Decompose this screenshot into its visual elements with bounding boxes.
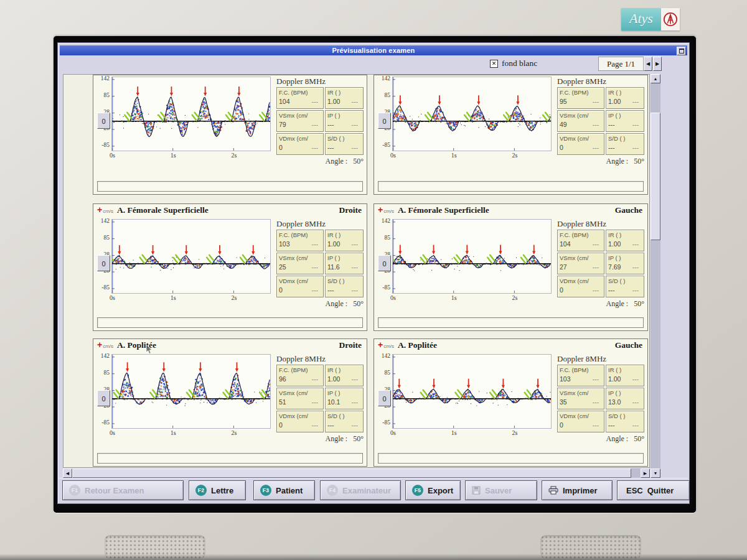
measurement-values: 51 --- bbox=[279, 398, 321, 406]
measurement-cell[interactable]: IR ( ) 1.00 --- bbox=[606, 87, 644, 109]
baseline-marker[interactable]: 0 bbox=[378, 390, 391, 406]
unit-label: cm/s bbox=[383, 208, 394, 214]
measurement-cell[interactable]: S/D ( ) --- --- bbox=[325, 411, 364, 432]
measurement-cell[interactable]: S/D ( ) --- --- bbox=[325, 276, 364, 297]
measurement-cell[interactable]: VSmx (cm/ 35 --- bbox=[557, 388, 604, 409]
measurement-value: 25 bbox=[279, 263, 286, 271]
scroll-right-button[interactable]: ▶ bbox=[641, 469, 650, 478]
measurement-values: 1.00 --- bbox=[327, 240, 361, 248]
measurement-values: 1.00 --- bbox=[327, 98, 361, 105]
measurement-cell[interactable]: VSmx (cm/ 27 --- bbox=[557, 253, 604, 274]
measurement-cell[interactable]: IR ( ) 1.00 --- bbox=[325, 365, 364, 386]
measurement-cell[interactable]: IP ( ) 11.6 --- bbox=[325, 253, 364, 274]
fond-blanc-checkbox[interactable]: ✕ bbox=[490, 60, 498, 68]
toolbar-button-patient[interactable]: F3 Patient bbox=[253, 480, 315, 500]
measurement-cell[interactable]: IP ( ) --- --- bbox=[325, 110, 364, 132]
measurement-values: 103 --- bbox=[560, 375, 602, 383]
measurement-cell[interactable]: VSmx (cm/ 49 --- bbox=[557, 110, 604, 132]
page-prev-button[interactable]: ◀ bbox=[644, 57, 652, 71]
scroll-left-button[interactable]: ◀ bbox=[63, 469, 72, 478]
button-label: Patient bbox=[276, 486, 303, 495]
measurement-cell[interactable]: VDmx (cm/ 0 --- bbox=[557, 133, 604, 155]
measurement-cell[interactable]: IP ( ) --- --- bbox=[606, 110, 644, 132]
measurement-grid: F.C. (BPM) 103 --- IR ( ) 1.00 --- VSmx … bbox=[557, 365, 646, 432]
measurement-value: 27 bbox=[560, 263, 567, 271]
measurement-label: IR ( ) bbox=[327, 89, 361, 96]
measurement-cell[interactable]: IR ( ) 1.00 --- bbox=[606, 230, 644, 251]
x-axis-label: 1s bbox=[171, 294, 176, 301]
measurement-extra: --- bbox=[312, 144, 319, 151]
measurement-cell[interactable]: F.C. (BPM) 103 --- bbox=[557, 365, 604, 386]
artery-title: A. Poplitée bbox=[398, 340, 437, 350]
comment-field[interactable] bbox=[378, 317, 644, 328]
toolbar-button-quitter[interactable]: ESC Quitter bbox=[617, 480, 690, 500]
button-label: Imprimer bbox=[563, 486, 598, 495]
measurement-cell[interactable]: S/D ( ) --- --- bbox=[606, 276, 644, 297]
horizontal-scrollbar-thumb[interactable] bbox=[72, 469, 631, 478]
y-axis-label: 85 bbox=[377, 370, 390, 376]
measurement-value: 1.00 bbox=[608, 375, 621, 383]
measurement-value: 96 bbox=[279, 375, 286, 383]
comment-field[interactable] bbox=[378, 453, 644, 464]
measurement-cell[interactable]: IR ( ) 1.00 --- bbox=[606, 365, 644, 386]
measurement-cell[interactable]: F.C. (BPM) 104 --- bbox=[557, 230, 604, 251]
measurement-cell[interactable]: IR ( ) 1.00 --- bbox=[325, 87, 364, 109]
measurement-value: 104 bbox=[560, 240, 571, 248]
window-control-button[interactable] bbox=[677, 47, 686, 55]
y-axis-label: 85 bbox=[96, 370, 110, 376]
measurement-value: 0 bbox=[279, 421, 283, 429]
baseline-marker[interactable]: 0 bbox=[97, 390, 110, 406]
doppler-chart: 1428528-28-85 0 0s1s2s bbox=[96, 77, 271, 161]
measurement-cell[interactable]: F.C. (BPM) 104 --- bbox=[276, 87, 324, 109]
baseline-marker[interactable]: 0 bbox=[97, 255, 110, 271]
scroll-down-button[interactable]: ▼ bbox=[651, 469, 660, 478]
measurement-cell[interactable]: IP ( ) 10.1 --- bbox=[325, 388, 364, 409]
measurement-cell[interactable]: VSmx (cm/ 25 --- bbox=[276, 253, 324, 274]
vertical-scrollbar-thumb[interactable] bbox=[651, 113, 660, 240]
baseline-marker[interactable]: 0 bbox=[97, 113, 110, 129]
function-key-badge: F3 bbox=[260, 485, 271, 496]
measurement-cell[interactable]: VDmx (cm/ 0 --- bbox=[276, 276, 324, 297]
measurement-cell[interactable]: F.C. (BPM) 95 --- bbox=[557, 87, 604, 109]
measurement-cell[interactable]: IP ( ) 7.69 --- bbox=[606, 253, 644, 274]
measurement-grid: F.C. (BPM) 104 --- IR ( ) 1.00 --- VSmx … bbox=[276, 87, 365, 155]
measurement-values: 96 --- bbox=[279, 375, 321, 383]
measurement-cell[interactable]: VSmx (cm/ 51 --- bbox=[276, 388, 324, 409]
bezel-shadow bbox=[0, 554, 747, 560]
measurement-cell[interactable]: VDmx (cm/ 0 --- bbox=[276, 411, 324, 432]
measurement-cell[interactable]: F.C. (BPM) 103 --- bbox=[276, 230, 324, 251]
scroll-up-button[interactable]: ▲ bbox=[651, 74, 660, 83]
measurement-cell[interactable]: VDmx (cm/ 0 --- bbox=[276, 133, 324, 155]
angle-label: Angle : bbox=[606, 299, 629, 308]
x-axis-label: 1s bbox=[451, 152, 457, 159]
mouse-cursor bbox=[146, 345, 153, 355]
measurement-cell[interactable]: VDmx (cm/ 0 --- bbox=[557, 411, 604, 432]
measurement-cell[interactable]: S/D ( ) --- --- bbox=[606, 133, 644, 155]
button-label: Lettre bbox=[211, 486, 233, 495]
toolbar-button-export[interactable]: F5 Export bbox=[405, 480, 461, 500]
measurement-values: 13.0 --- bbox=[608, 398, 642, 406]
measurement-cell[interactable]: VDmx (cm/ 0 --- bbox=[557, 276, 604, 297]
x-axis-label: 2s bbox=[512, 152, 517, 159]
vertical-scrollbar[interactable]: ▲ ▼ bbox=[651, 74, 660, 478]
toolbar-button-imprimer[interactable]: Imprimer bbox=[542, 480, 613, 500]
function-key-badge: F4 bbox=[327, 485, 338, 496]
measurement-cell[interactable]: IR ( ) 1.00 --- bbox=[325, 230, 364, 251]
measurement-cell[interactable]: IP ( ) 13.0 --- bbox=[606, 388, 644, 409]
measurement-cell[interactable]: S/D ( ) --- --- bbox=[606, 411, 644, 432]
measurement-value: 0 bbox=[560, 286, 563, 294]
horizontal-scrollbar[interactable]: ◀ ▶ bbox=[63, 469, 650, 478]
comment-field[interactable] bbox=[378, 181, 644, 192]
measurement-cell[interactable]: S/D ( ) --- --- bbox=[325, 133, 364, 155]
comment-field[interactable] bbox=[97, 181, 363, 192]
baseline-marker[interactable]: 0 bbox=[378, 255, 391, 271]
toolbar-button-lettre[interactable]: F2 Lettre bbox=[189, 480, 246, 500]
baseline-marker[interactable]: 0 bbox=[378, 113, 391, 129]
comment-field[interactable] bbox=[97, 453, 363, 464]
fond-blanc-label: fond blanc bbox=[502, 58, 537, 68]
comment-field[interactable] bbox=[97, 317, 363, 328]
measurement-extra: --- bbox=[632, 98, 639, 105]
measurement-cell[interactable]: VSmx (cm/ 79 --- bbox=[276, 110, 324, 132]
measurement-cell[interactable]: F.C. (BPM) 96 --- bbox=[276, 365, 324, 386]
page-next-button[interactable]: ▶ bbox=[653, 57, 662, 71]
